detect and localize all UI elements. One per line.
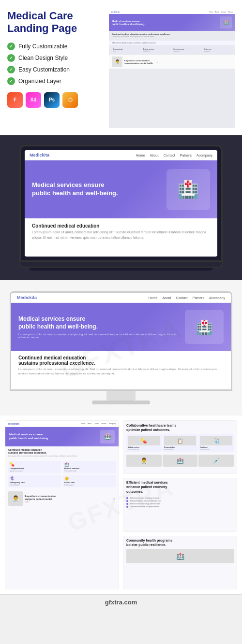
efficient-title: Efficient medical servicesenhance patien…	[123, 478, 237, 495]
ms-hero: Medical services ensurepublic health and…	[11, 303, 231, 351]
feature-icon: 👴	[64, 476, 115, 481]
laptop-body: Medickita Home About Contact Patners Aco…	[19, 145, 223, 262]
bottom-preview-left: Medickita Home About Contact Patners Aco…	[5, 420, 119, 589]
ls-hero-illustration: 🏥	[166, 169, 210, 210]
desktop-section: GFXTRA Medickita Home About Contact Patn…	[0, 280, 242, 415]
list-item: Advanced medical technology patient trea…	[126, 503, 234, 505]
ls-nav: Medickita Home About Contact Patners Aco…	[25, 150, 217, 160]
monitor-screen: Medickita Home About Contact Patners Aco…	[11, 293, 231, 389]
people-desc: health.	[25, 501, 110, 503]
feature-label: Clean Design Style	[18, 55, 68, 61]
collaborative-title: Collaborative healthcare teamsoptimize p…	[123, 421, 237, 433]
ms-hero-desc: Lorem ipsum dolor sit amet consectetur a…	[18, 333, 180, 339]
rp-list: Medical instruments in professional trea…	[123, 496, 237, 510]
ls-subtitle: Continued medical education	[32, 223, 210, 229]
footer: gfxtra.com	[0, 594, 242, 610]
ms-hero-title: Medical services ensurepublic health and…	[18, 315, 180, 330]
ls-hero-text: Medical services ensurepublic health and…	[32, 181, 162, 198]
feature-icon: ⚕️	[10, 476, 60, 481]
bp-hero: Medical services ensurepublic health and…	[5, 427, 119, 446]
feature-card: Compassionatecare	[112, 47, 141, 53]
bullet-icon	[126, 497, 128, 499]
bullet-icon	[126, 500, 128, 502]
feat-desc: Personalized care	[164, 449, 197, 450]
laptop-screen: Medickita Home About Contact Patners Aco…	[25, 150, 217, 257]
feature-card: Emergency careresponse	[173, 47, 202, 53]
arrow-icon: →	[155, 60, 159, 64]
rp-box-2: Efficient medical servicesenhance patien…	[123, 478, 237, 531]
list-item: Organized Layer	[7, 77, 102, 85]
bp-content: Continued medical educationsustains prof…	[5, 446, 119, 459]
bp-people: 👨‍⚕️ Empathetic communicationsupports pa…	[5, 489, 119, 508]
check-icon	[7, 54, 15, 62]
ls-content: Continued medical education Lorem ipsum …	[25, 218, 217, 245]
bp-nav-logo: Medickita	[8, 422, 19, 425]
page-title: Medical Care Landing Page	[7, 10, 102, 35]
doctor-image: 👨‍⚕️	[112, 57, 122, 67]
xd-icon: Xd	[26, 92, 41, 108]
ms-nav: Medickita Home About Contact Patners Aco…	[11, 293, 231, 303]
feat-desc: Comprehensive care	[128, 449, 160, 450]
right-previews: Collaborative healthcare teamsoptimize p…	[123, 420, 237, 589]
check-icon	[7, 77, 15, 85]
service-img-3: 💉	[198, 455, 234, 467]
feature-desc: 24/7 availability	[10, 484, 60, 486]
list-item: Fully Customizable	[7, 43, 102, 50]
ps-icon: Ps	[44, 92, 60, 108]
content-desc: Lorem ipsum dolor sit amet adipiscing el…	[112, 36, 232, 38]
ms-content: Continued medical educationsustains prof…	[11, 351, 231, 380]
feat-img: 🩺	[200, 436, 232, 445]
hero-title: Medical services ensurepublic health and…	[112, 20, 217, 26]
top-left: Medical Care Landing Page Fully Customiz…	[7, 10, 104, 128]
bp-nav-links: Home About Contact Patners Acompany	[81, 423, 116, 425]
doctor-img: 👨‍⚕️	[8, 491, 23, 506]
figma-icon: F	[7, 92, 23, 108]
bp-feature-3: ⚕️ Emergency care 24/7 availability	[8, 475, 61, 487]
bp-feature-2: 🏥 Medical services Professional health	[63, 461, 116, 473]
rp-feat-1: 💊 Medical services Comprehensive care	[126, 434, 162, 452]
list-text: Advanced medical technology patient trea…	[130, 503, 160, 505]
feature-desc: Elderly support	[64, 484, 115, 486]
rp-feat-3: 🩺 Healthcare Quality outcomes	[198, 434, 234, 452]
community-img: 🏥	[126, 549, 234, 563]
rp-img-row: 👨‍⚕️ 🏥 💉	[123, 453, 237, 468]
list-item: Easy Customization	[7, 66, 102, 73]
feature-label: Organized Layer	[18, 78, 61, 85]
monitor-stand	[106, 391, 136, 401]
laptop-base	[19, 262, 223, 268]
community-title: Community health programsbolster public …	[123, 536, 237, 549]
check-icon	[7, 66, 15, 73]
ms-nav-logo: Medickita	[17, 295, 37, 300]
check-icon	[7, 43, 15, 50]
list-text: Comprehensive medical care patient servi…	[130, 506, 159, 508]
rp-features: 💊 Medical services Comprehensive care 📋 …	[123, 433, 237, 453]
bullet-icon	[126, 503, 128, 505]
service-img-2: 🏥	[163, 455, 198, 467]
content-subtitle: Continued medical education sustains pro…	[112, 33, 232, 35]
feature-label: Fully Customizable	[18, 43, 67, 50]
tool-icons: F Xd Ps ⬡	[7, 92, 102, 108]
bullet-icon	[126, 506, 128, 508]
hero-illustration: 🏥	[220, 16, 232, 29]
list-text: Dedicated healthcare teams provide quali…	[130, 500, 161, 502]
ms-hero-illustration: 🏥	[185, 310, 224, 344]
rp-box-1: Collaborative healthcare teamsoptimize p…	[123, 420, 237, 474]
list-item: Medical instruments in professional trea…	[126, 497, 234, 499]
feature-title: Emergency care	[10, 481, 60, 484]
list-text: Medical instruments in professional trea…	[130, 497, 159, 499]
monitor-body: Medickita Home About Contact Patners Aco…	[10, 291, 232, 391]
list-item: Dedicated healthcare teams provide quali…	[126, 500, 234, 502]
arrow-icon: →	[112, 497, 116, 501]
bp-hero-title: Medical services ensurepublic health and…	[9, 433, 98, 441]
bp-nav: Medickita Home About Contact Patners Aco…	[5, 421, 119, 427]
feature-desc: Professional health	[64, 470, 115, 472]
laptop-section: GFXTRA Medickita Home About Contact Patn…	[0, 135, 242, 280]
ls-desc: Lorem ipsum dolor sit amet, consectetur …	[32, 230, 210, 240]
feature-card: Senior careprograms	[203, 47, 232, 53]
feature-icon: 🏥	[64, 462, 115, 467]
feat-desc: Quality outcomes	[200, 449, 232, 450]
laptop-mockup: Medickita Home About Contact Patners Aco…	[19, 145, 223, 271]
bp-hero-illustration: 🏥	[100, 430, 115, 444]
feat-title: Medical services	[128, 446, 160, 448]
service-img-1: 👨‍⚕️	[126, 455, 162, 467]
